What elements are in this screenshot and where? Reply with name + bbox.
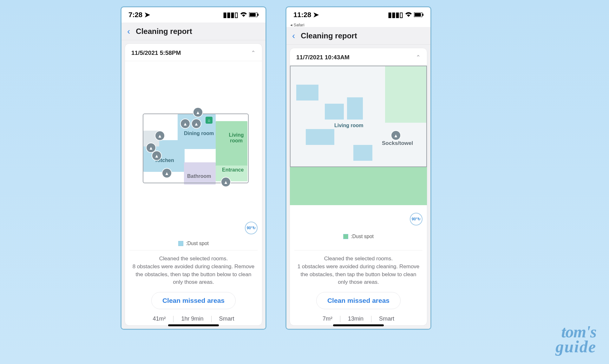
rotate-map-button[interactable]: 90°↻ [245,222,258,234]
summary-text: Cleaned the selected rooms. 1 obstacles … [290,250,427,288]
report-date: 11/7/2021 10:43AM [296,54,350,61]
stat-time: 13min [348,315,363,322]
chevron-up-icon: ⌃ [416,54,421,61]
floor-map[interactable]: Living room Socks/towel ▲ 90°↻ :Dust spo… [290,66,427,250]
svg-rect-4 [415,13,421,16]
status-time: 7:28 [128,11,142,19]
floor-map[interactable]: Dining room Living room Kitchen Bathroom… [125,61,262,239]
page-title: Cleaning report [136,27,192,36]
wifi-icon [405,11,412,19]
clean-missed-button[interactable]: Clean missed areas [151,292,236,309]
back-button[interactable]: ‹ [292,31,295,41]
legend-label: :Dust spot [186,241,209,246]
signal-icon: ▮▮▮▯ [388,11,403,19]
report-card: 11/5/2021 5:58PM ⌃ Dining room [125,43,262,326]
battery-icon [414,11,423,19]
signal-icon: ▮▮▮▯ [223,11,238,19]
location-icon: ➤ [144,11,150,19]
status-bar: 7:28 ➤ ▮▮▮▯ [121,7,265,23]
obstacle-icon[interactable]: ▲ [147,143,155,152]
summary-text: Cleaned the selected rooms. 8 obstacles … [125,250,262,288]
obstacle-icon[interactable]: ▲ [155,131,164,140]
room-label-entrance: Entrance [222,167,244,173]
status-bar: 11:28 ➤ ▮▮▮▯ [286,7,430,23]
obstacle-icon[interactable]: ▲ [221,178,230,186]
legend-label: :Dust spot [351,234,374,239]
page-title: Cleaning report [301,31,357,40]
report-header[interactable]: 11/7/2021 10:43AM ⌃ [290,48,427,66]
obstacle-label-socks: Socks/towel [382,140,413,146]
report-header[interactable]: 11/5/2021 5:58PM ⌃ [125,44,262,61]
legend-swatch-icon [343,234,348,239]
battery-icon [249,11,259,19]
clean-missed-button[interactable]: Clean missed areas [316,292,401,309]
obstacle-icon[interactable]: ▲ [193,108,202,117]
dock-icon: ⌂ [206,117,213,124]
stats-row: 7m² 13min Smart [290,311,427,325]
nav-header: ‹ Cleaning report [121,23,265,40]
stat-area: 41m² [153,315,166,322]
nav-header: ‹ Cleaning report [286,27,430,45]
obstacle-icon[interactable]: ▲ [181,119,190,128]
home-indicator[interactable] [333,324,384,326]
map-legend: :Dust spot [129,239,258,250]
status-time: 11:28 [293,11,311,19]
map-legend: :Dust spot [294,232,422,243]
obstacle-icon[interactable]: ▲ [192,119,201,128]
home-indicator[interactable] [168,324,219,326]
svg-rect-2 [258,14,259,16]
svg-rect-5 [422,14,423,16]
obstacle-icon[interactable]: ▲ [162,169,171,178]
chevron-up-icon: ⌃ [251,49,256,56]
room-label-living: Living room [222,132,251,143]
content-area: 11/7/2021 10:43AM ⌃ [286,45,430,329]
legend-swatch-icon [178,241,183,246]
content-area: 11/5/2021 5:58PM ⌃ Dining room [121,40,265,329]
report-card: 11/7/2021 10:43AM ⌃ [290,48,427,326]
stat-mode: Smart [219,315,234,322]
back-to-app[interactable]: ◂ Safari [290,23,304,27]
back-button[interactable]: ‹ [127,26,130,36]
wifi-icon [240,11,247,19]
report-date: 11/5/2021 5:58PM [131,49,181,56]
stat-area: 7m² [323,315,332,322]
obstacle-icon[interactable]: ▲ [391,131,400,140]
stat-mode: Smart [379,315,394,322]
room-label-living: Living room [334,123,363,128]
location-icon: ➤ [313,11,319,19]
stat-time: 1hr 9min [181,315,203,322]
svg-rect-1 [250,13,256,16]
obstacle-icon[interactable]: ▲ [152,151,161,160]
stats-row: 41m² 1hr 9min Smart [125,311,262,325]
watermark-logo: tom's guide [556,325,596,354]
phone-screenshot-left: 7:28 ➤ ▮▮▮▯ ‹ Cleaning report 11/5/2021 … [121,6,266,330]
room-label-bathroom: Bathroom [187,173,211,179]
room-label-dining: Dining room [184,131,214,136]
phone-screenshot-right: 11:28 ➤ ▮▮▮▯ ◂ Safari ‹ Cleaning report … [285,6,431,330]
